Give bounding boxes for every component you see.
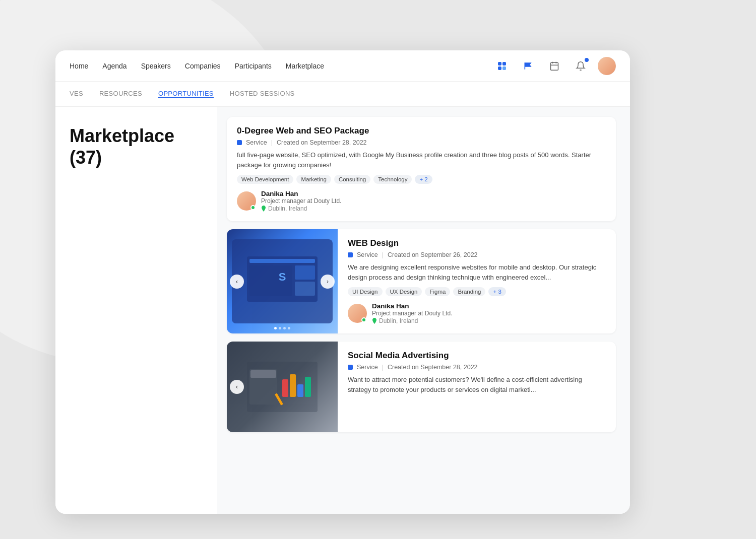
dot-1 [274,327,277,329]
tag-consulting[interactable]: Consulting [334,175,370,184]
sub-nav: VES RESOURCES OPPORTUNITIES HOSTED SESSI… [55,82,630,107]
tag-ui-design[interactable]: UI Design [348,287,383,296]
svg-rect-15 [290,374,296,397]
nav-companies[interactable]: Companies [185,62,221,70]
nav-participants[interactable]: Participants [235,62,272,70]
tag-figma[interactable]: Figma [425,287,450,296]
listing-1-author-info: Danika Han Project manager at Douty Ltd.… [261,190,341,212]
listing-2-type: Service [357,251,378,258]
flag-icon-button[interactable] [519,57,537,75]
listing-1-online-indicator [250,205,256,210]
nav-icons [493,57,616,75]
listing-2-author-role: Project manager at Douty Ltd. [372,310,452,317]
listing-2-author-info: Danika Han Project manager at Douty Ltd.… [372,302,452,324]
dot-3 [283,327,286,329]
scene: Home Agenda Speakers Companies Participa… [0,0,756,539]
tag-branding[interactable]: Branding [453,287,485,296]
listing-card-2: S ‹ › WEB Design [227,229,616,333]
sub-nav-resources[interactable]: RESOURCES [99,90,142,98]
listing-2-created: Created on September 26, 2022 [388,251,478,258]
web-design-illustration: S [242,251,323,312]
listing-2-desc: We are designing excellent responsive we… [348,262,606,282]
listing-2-tags: UI Design UX Design Figma Branding + 3 [348,287,606,296]
listing-1-desc: full five-page website, SEO optimized, w… [237,150,606,170]
listing-1-author-location: Dublin, Ireland [261,205,341,212]
listing-2-carousel-dots [274,327,290,329]
user-avatar-button[interactable] [598,57,616,75]
listing-2-author-location: Dublin, Ireland [372,317,452,324]
nav-speakers[interactable]: Speakers [141,62,171,70]
listing-2-meta: Service | Created on September 26, 2022 [348,251,606,258]
left-panel: Marketplace (37) [55,107,217,514]
listing-2-author-avatar [348,304,367,323]
svg-text:S: S [279,271,286,283]
svg-rect-8 [295,265,315,280]
listing-1-author: Danika Han Project manager at Douty Ltd.… [237,190,606,212]
apps-icon-button[interactable] [493,57,511,75]
location-icon-1 [261,206,266,212]
listing-2-service-dot [348,252,353,257]
content-area: Marketplace (37) 0-Degree Web and SEO Pa… [55,107,630,514]
svg-rect-13 [250,370,276,378]
dot-2 [279,327,281,329]
tag-technology[interactable]: Technology [373,175,412,184]
calendar-icon-button[interactable] [545,57,563,75]
listing-1-service-dot [237,140,242,145]
svg-rect-17 [305,377,311,397]
listing-2-next-btn[interactable]: › [321,275,335,289]
listing-1-tags: Web Development Marketing Consulting Tec… [237,175,606,184]
tag-ux-design[interactable]: UX Design [386,287,422,296]
nav-home[interactable]: Home [70,62,88,70]
svg-rect-1 [551,62,558,70]
listing-2-author-name: Danika Han [372,302,452,310]
listing-2-prev-btn[interactable]: ‹ [230,275,244,289]
listing-1-title: 0-Degree Web and SEO Package [237,126,606,136]
listing-card-3: ‹ Social Media Advertising Service | Cre… [227,342,616,432]
social-illustration [244,359,320,415]
listing-1-created: Created on September 28, 2022 [277,139,367,146]
tag-marketing[interactable]: Marketing [296,175,331,184]
listing-3-prev-btn[interactable]: ‹ [230,380,244,394]
nav-agenda[interactable]: Agenda [102,62,127,70]
listing-2-online-indicator [361,317,366,322]
listing-3-service-dot [348,365,353,370]
listing-1-type: Service [246,139,267,146]
nav-links: Home Agenda Speakers Companies Participa… [70,62,324,70]
svg-rect-6 [249,259,315,263]
listing-3-created: Created on September 28, 2022 [388,364,478,371]
page-title: Marketplace (37) [70,125,203,168]
listing-2-title: WEB Design [348,238,606,248]
svg-rect-9 [295,282,315,296]
location-icon-2 [372,318,377,324]
svg-rect-16 [297,384,303,397]
listings-panel[interactable]: 0-Degree Web and SEO Package Service | C… [217,107,630,514]
listing-3-body: Social Media Advertising Service | Creat… [338,342,616,432]
grid-apps-icon [498,62,506,70]
listing-1-author-name: Danika Han [261,190,341,197]
nav-marketplace[interactable]: Marketplace [286,62,324,70]
listing-1-author-role: Project manager at Douty Ltd. [261,197,341,205]
top-nav: Home Agenda Speakers Companies Participa… [55,50,630,82]
bell-icon [576,61,586,71]
svg-rect-14 [282,379,288,397]
sub-nav-hosted-sessions[interactable]: HOSTED SESSIONS [230,90,295,98]
tag-more-2[interactable]: + 3 [488,287,506,296]
sub-nav-opportunities[interactable]: OPPORTUNITIES [158,90,214,98]
listing-1-body: 0-Degree Web and SEO Package Service | C… [237,126,606,212]
listing-3-image: ‹ [227,342,338,432]
tag-more-1[interactable]: + 2 [415,175,432,184]
tag-web-dev[interactable]: Web Development [237,175,293,184]
listing-3-desc: Want to attract more potential customers… [348,375,606,394]
sub-nav-ves[interactable]: VES [70,90,83,98]
listing-1-meta: Service | Created on September 28, 2022 [237,139,606,146]
listing-3-meta: Service | Created on September 28, 2022 [348,364,606,371]
listing-card-1: 0-Degree Web and SEO Package Service | C… [227,117,616,221]
calendar-icon [549,61,559,71]
listing-3-title: Social Media Advertising [348,351,606,361]
browser-card: Home Agenda Speakers Companies Participa… [55,50,630,514]
bell-icon-button[interactable] [572,57,590,75]
listing-2-body: WEB Design Service | Created on Septembe… [338,229,616,333]
user-avatar [598,57,616,75]
flag-icon [523,61,533,71]
dot-4 [288,327,290,329]
